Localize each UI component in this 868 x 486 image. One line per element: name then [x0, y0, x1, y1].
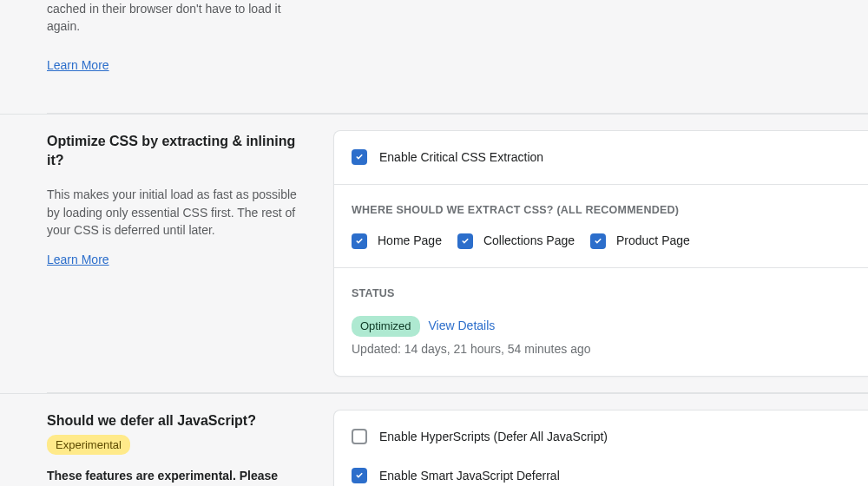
- collections-page-label: Collections Page: [483, 232, 575, 250]
- prev-section-desc-tail: cached in their browser don't have to lo…: [47, 0, 307, 36]
- option-home-page[interactable]: Home Page: [352, 232, 442, 250]
- check-icon: [593, 236, 603, 246]
- checkbox-enable-hyperscripts[interactable]: [352, 429, 367, 444]
- status-updated-text: Updated: 14 days, 21 hours, 54 minutes a…: [352, 340, 851, 358]
- extract-where-heading: WHERE SHOULD WE EXTRACT CSS? (ALL RECOMM…: [352, 202, 851, 219]
- status-badge: Optimized: [352, 316, 420, 337]
- learn-more-link-prev[interactable]: Learn More: [47, 58, 109, 72]
- enable-smart-deferral-row[interactable]: Enable Smart JavaScript Deferral: [352, 467, 851, 485]
- enable-hyperscripts-label: Enable HyperScripts (Defer All JavaScrip…: [379, 428, 608, 446]
- js-section-desc: These features are experimental. Please …: [47, 467, 307, 486]
- js-section-card: Enable HyperScripts (Defer All JavaScrip…: [333, 410, 868, 486]
- enable-critical-css-label: Enable Critical CSS Extraction: [379, 148, 543, 167]
- enable-smart-deferral-label: Enable Smart JavaScript Deferral: [379, 467, 560, 485]
- checkbox-product-page[interactable]: [590, 233, 606, 249]
- css-section-title: Optimize CSS by extracting & inlining it…: [47, 132, 307, 171]
- option-product-page[interactable]: Product Page: [590, 232, 690, 250]
- check-icon: [460, 236, 470, 246]
- view-details-link[interactable]: View Details: [429, 317, 496, 335]
- home-page-label: Home Page: [378, 232, 442, 250]
- learn-more-link-css[interactable]: Learn More: [47, 253, 109, 266]
- extract-where-options: Home Page Collections Page Product Page: [352, 232, 851, 250]
- product-page-label: Product Page: [616, 232, 690, 250]
- option-collections-page[interactable]: Collections Page: [457, 232, 575, 250]
- js-defer-section: Should we defer all JavaScript? Experime…: [0, 393, 868, 486]
- js-section-title: Should we defer all JavaScript?: [47, 411, 307, 430]
- checkbox-collections-page[interactable]: [457, 233, 473, 249]
- prev-section-fragment: cached in their browser don't have to lo…: [0, 0, 868, 92]
- status-heading: STATUS: [352, 286, 851, 302]
- css-optimization-section: Optimize CSS by extracting & inlining it…: [0, 114, 868, 392]
- check-icon: [354, 470, 365, 481]
- experimental-badge: Experimental: [47, 435, 130, 456]
- css-section-desc: This makes your initial load as fast as …: [47, 186, 307, 239]
- checkbox-enable-smart-deferral[interactable]: [352, 468, 367, 483]
- enable-hyperscripts-row[interactable]: Enable HyperScripts (Defer All JavaScrip…: [352, 428, 851, 446]
- check-icon: [354, 236, 365, 246]
- checkbox-home-page[interactable]: [352, 233, 367, 249]
- checkbox-enable-critical-css[interactable]: [352, 149, 367, 165]
- enable-critical-css-row[interactable]: Enable Critical CSS Extraction: [352, 148, 851, 167]
- css-section-card: Enable Critical CSS Extraction WHERE SHO…: [333, 130, 868, 377]
- check-icon: [354, 152, 365, 162]
